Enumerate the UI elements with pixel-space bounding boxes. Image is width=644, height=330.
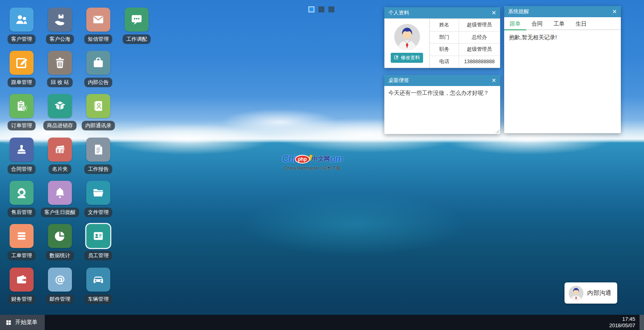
app-recycle-bin[interactable]: 回 收 站 [48,51,72,75]
app-employee-management[interactable]: 员工管理 [86,224,110,248]
pager-dot-1[interactable] [308,6,314,12]
app-work-order-management[interactable]: 工单管理 [10,224,34,248]
close-icon[interactable]: ✕ [612,9,617,14]
profile-panel-header: 个人资料 ✕ [384,7,500,18]
close-icon[interactable]: ✕ [491,78,496,83]
list-bars-icon[interactable] [10,224,34,248]
pager-dot-2[interactable] [318,6,324,12]
watermark-brand-text: om [330,154,343,164]
watermark-logo: Chi php 中文网 om [278,154,347,164]
reminder-panel-header: 系统提醒 ✕ [504,6,621,17]
app-customer-management[interactable]: 客户管理 [10,8,34,32]
open-box-icon[interactable] [48,94,72,118]
field-value: 超级管理员 [459,44,500,56]
edit-square-icon[interactable] [10,51,34,75]
business-cards-icon[interactable] [48,138,72,162]
briefcase-icon[interactable] [86,51,110,75]
app-label: 名片夹 [49,164,72,174]
profile-panel: 个人资料 ✕ 修改资料 姓名超级管理员部门总经办职务超级管理员电话1388888… [384,7,500,68]
app-customer-birthday-reminder[interactable]: 客户生日提醒 [48,181,72,205]
note-panel-header: 桌面便签 ✕ [384,75,500,86]
app-contract-management[interactable]: 合同管理 [10,138,34,162]
taskbar-clock: 17:45 2018/05/07 [609,316,635,329]
app-label: 客户公海 [46,34,74,44]
svg-text:@: @ [55,273,65,285]
at-icon[interactable]: @ [48,268,72,292]
field-label: 电话 [430,56,459,68]
users-icon[interactable] [10,8,34,32]
app-business-card-holder[interactable]: 名片夹 [48,138,72,162]
app-inventory-management[interactable]: 商品进销存 [48,94,72,118]
user-avatar [394,24,420,50]
app-file-management[interactable]: 文件管理 [86,181,110,205]
reminder-tab-合同[interactable]: 合同 [526,17,548,30]
close-icon[interactable]: ✕ [491,10,496,16]
bell-icon[interactable] [48,181,72,205]
app-label: 售后管理 [8,208,36,217]
app-after-sales-management[interactable]: 售后管理 [10,181,34,205]
internal-chat-widget[interactable]: 内部沟通 [564,282,617,304]
start-menu-button[interactable]: 开始菜单 [0,315,45,330]
pager-dot-3[interactable] [328,6,334,12]
app-work-report[interactable]: 工作报告 [86,138,110,162]
app-label: 跟单管理 [8,78,36,87]
id-card-icon[interactable] [86,224,110,248]
note-textarea[interactable]: 今天还有一些工作没做，怎么办才好呢？ [384,86,500,134]
hand-box-icon[interactable] [48,8,72,32]
app-vehicle-management[interactable]: 车辆管理 [86,268,110,292]
app-follow-up-management[interactable]: 跟单管理 [10,51,34,75]
resize-handle[interactable] [495,129,499,133]
show-desktop-button[interactable] [640,315,644,330]
edit-profile-button[interactable]: 修改资料 [391,53,423,63]
app-label: 数据统计 [46,251,74,260]
chat-dots-icon[interactable] [125,8,149,32]
app-label: 车辆管理 [84,294,112,304]
field-value: 13888888888 [459,56,500,68]
start-menu-label: 开始菜单 [15,319,38,326]
trash-icon[interactable] [48,51,72,75]
reminder-tabs: 跟单合同工单生日 [504,17,621,30]
clock-date: 2018/05/07 [609,322,635,329]
desktop-wallpaper: 客户管理客户公海短信管理工作调配跟单管理回 收 站内部公告订单管理商品进销存内部… [0,0,644,330]
app-finance-management[interactable]: 财务管理 [10,268,34,292]
folder-icon[interactable] [86,181,110,205]
wallet-icon[interactable] [10,268,34,292]
app-data-statistics[interactable]: 数据统计 [48,224,72,248]
reminder-panel-title: 系统提醒 [508,8,529,15]
app-customer-pool[interactable]: 客户公海 [48,8,72,32]
app-order-management[interactable]: 订单管理 [10,94,34,118]
chat-widget-label: 内部沟通 [587,289,611,297]
profile-avatar-block: 修改资料 [384,19,429,68]
app-label: 回 收 站 [47,78,73,87]
clipboard-gear-icon[interactable] [10,94,34,118]
watermark-subtitle: China Webmaster | 站长下载 [278,165,347,171]
car-icon[interactable] [86,268,110,292]
reminder-tab-跟单[interactable]: 跟单 [504,17,526,30]
report-doc-icon[interactable] [86,138,110,162]
app-internal-contacts[interactable]: 内部通讯录 [86,94,110,118]
app-label: 员工管理 [84,251,112,260]
app-sms-management[interactable]: 短信管理 [86,8,110,32]
php-badge: php [295,155,310,164]
reminder-tab-工单[interactable]: 工单 [548,17,570,30]
app-label: 内部公告 [84,78,112,87]
pie-chart-icon[interactable] [48,224,72,248]
app-label: 财务管理 [8,294,36,304]
support-agent-icon[interactable] [10,181,34,205]
app-email-management[interactable]: @邮件管理 [48,268,72,292]
watermark-cn-text: 中文网 [312,155,330,163]
app-work-dispatch[interactable]: 工作调配 [125,8,149,32]
user-avatar [568,286,584,301]
app-label: 订单管理 [8,121,36,130]
app-internal-announcement[interactable]: 内部公告 [86,51,110,75]
contacts-book-icon[interactable] [86,94,110,118]
reminder-tab-生日[interactable]: 生日 [570,17,592,30]
note-panel-title: 桌面便签 [388,77,409,84]
envelope-icon[interactable] [86,8,110,32]
note-text: 今天还有一些工作没做，怎么办才好呢？ [388,90,489,96]
profile-panel-body: 修改资料 姓名超级管理员部门总经办职务超级管理员电话13888888888 [384,18,500,68]
app-label: 工作调配 [123,34,151,44]
reminder-empty-message: 抱歉,暂无相关记录! [504,30,621,45]
reminder-panel: 系统提醒 ✕ 跟单合同工单生日 抱歉,暂无相关记录! [504,6,621,133]
stamp-icon[interactable] [10,138,34,162]
